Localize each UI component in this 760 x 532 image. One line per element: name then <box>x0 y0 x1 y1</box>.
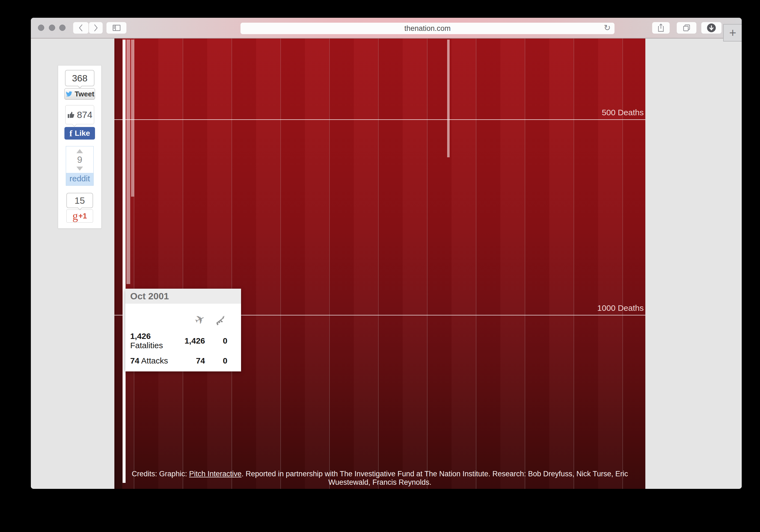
like-button-label: Like <box>75 129 90 138</box>
chart-left-shade-column <box>115 38 122 489</box>
gplus-plus-one-label: +1 <box>79 212 87 220</box>
tooltip-row-fatalities: 1,426 Fatalities 1,426 0 <box>130 331 227 350</box>
facebook-logo-icon: f <box>69 128 72 138</box>
page-content: 500 Deaths 1000 Deaths Oct 2001 ✈ <box>31 38 742 489</box>
chevron-right-icon <box>93 24 98 32</box>
new-tab-button[interactable]: + <box>723 24 742 41</box>
fatalities-label: 1,426 Fatalities <box>130 331 174 350</box>
facebook-like-button[interactable]: f Like <box>65 127 95 140</box>
attacks-label: 74 Attacks <box>130 356 174 365</box>
social-share-panel: 368 Tweet 874 f <box>58 65 102 228</box>
credits-suffix: . Reported in partnership with The Inves… <box>242 470 628 486</box>
chart-vertical-gridlines <box>115 38 645 489</box>
bar-unlabeled-month-3[interactable] <box>447 40 450 157</box>
reddit-downvote-arrow-icon[interactable] <box>76 167 83 171</box>
browser-toolbar: thenation.com ↻ <box>31 18 742 38</box>
gplus-button[interactable]: g +1 <box>66 210 93 222</box>
share-button[interactable] <box>652 22 670 33</box>
fatalities-air-value: 1,426 <box>174 336 205 346</box>
chart-area[interactable]: 500 Deaths 1000 Deaths Oct 2001 ✈ <box>115 38 645 489</box>
download-icon <box>706 23 716 33</box>
reddit-link[interactable]: reddit <box>66 173 93 185</box>
tooltip-body: ✈ <box>125 304 241 371</box>
tooltip-row-attacks: 74 Attacks 74 0 <box>130 356 227 365</box>
credits-line: Credits: Graphic: Pitch Interactive. Rep… <box>115 470 645 487</box>
pitch-interactive-link[interactable]: Pitch Interactive <box>189 470 242 478</box>
zoom-window-button[interactable] <box>59 24 66 31</box>
thumbs-up-icon <box>67 111 75 119</box>
tooltip-title: Oct 2001 <box>125 289 241 304</box>
reddit-score: 9 <box>77 154 82 165</box>
reddit-upvote-arrow-icon[interactable] <box>76 149 83 153</box>
facebook-count-bubble: 874 <box>65 105 94 124</box>
back-button[interactable] <box>73 22 88 33</box>
label-1000-deaths: 1000 Deaths <box>597 304 644 313</box>
screenshot-canvas: thenation.com ↻ <box>0 0 760 532</box>
label-500-deaths: 500 Deaths <box>602 108 644 117</box>
plus-icon: + <box>729 26 736 40</box>
fatalities-ground-value: 0 <box>205 336 227 346</box>
tabs-icon <box>683 24 691 32</box>
tweet-button-label: Tweet <box>75 90 94 98</box>
bar-unlabeled-month-1[interactable] <box>126 40 130 284</box>
address-bar[interactable]: thenation.com ↻ <box>241 23 614 34</box>
rifle-icon <box>215 314 227 325</box>
twitter-bird-icon <box>65 91 73 97</box>
show-all-tabs-button[interactable] <box>677 22 696 33</box>
forward-button[interactable] <box>89 22 103 33</box>
sidebar-icon <box>113 24 121 31</box>
attacks-air-value: 74 <box>174 356 205 365</box>
url-text: thenation.com <box>404 24 451 33</box>
attacks-ground-value: 0 <box>205 356 227 365</box>
chevron-left-icon <box>78 24 83 32</box>
google-g-icon: g <box>72 211 78 221</box>
tooltip-icon-row: ✈ <box>130 308 227 325</box>
bar-oct-2001-selected[interactable] <box>122 40 125 483</box>
tweet-button[interactable]: Tweet <box>65 88 95 100</box>
minimize-window-button[interactable] <box>49 24 55 31</box>
credits-prefix: Credits: Graphic: <box>132 470 189 478</box>
facebook-count-text: 874 <box>77 110 93 120</box>
share-icon <box>658 24 664 32</box>
chart-tooltip: Oct 2001 ✈ <box>125 289 241 371</box>
close-window-button[interactable] <box>38 24 44 31</box>
bar-unlabeled-month-2[interactable] <box>131 40 134 197</box>
reload-icon[interactable]: ↻ <box>604 23 611 32</box>
downloads-button[interactable] <box>701 22 722 33</box>
sidebar-toggle-button[interactable] <box>107 22 126 33</box>
browser-window: thenation.com ↻ <box>31 18 742 489</box>
reddit-vote-widget: 9 reddit <box>66 146 94 186</box>
gridline-500-deaths <box>115 120 645 120</box>
